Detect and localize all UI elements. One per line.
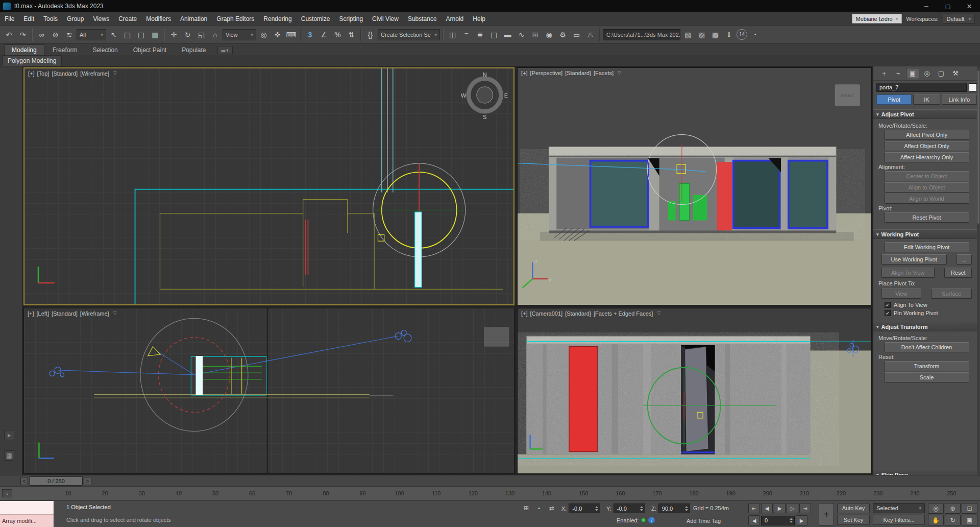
ribbon-tab-selection[interactable]: Selection bbox=[85, 45, 125, 55]
viewport-left[interactable]: [+] [Left] [Standard] [Wireframe] ▽ bbox=[23, 308, 514, 474]
toggle-scene-explorer-icon[interactable]: ≣ bbox=[474, 28, 486, 41]
key-filters-button[interactable]: Key Filters... bbox=[873, 515, 925, 525]
viewport-perspective[interactable]: FRONT x z [+] [Perspective] [Standard] [… bbox=[517, 67, 872, 305]
mirror-icon[interactable]: ◫ bbox=[446, 28, 459, 41]
zoom-icon[interactable]: ◎ bbox=[928, 503, 944, 514]
absolute-offset-mode-icon[interactable]: ⇄ bbox=[546, 503, 557, 513]
transform-gizmo-toggle-icon[interactable]: ⊞ bbox=[521, 503, 532, 513]
working-pivot-more-button[interactable]: ... bbox=[957, 254, 972, 265]
menu-civil-view[interactable]: Civil View bbox=[368, 12, 403, 25]
maximize-viewport-icon[interactable]: ▣ bbox=[962, 515, 977, 525]
skin-pose-header[interactable]: ▾ Skin Pose bbox=[873, 470, 980, 475]
select-and-link-icon[interactable]: ∞ bbox=[35, 28, 48, 41]
spinner-arrows[interactable] bbox=[685, 506, 688, 511]
minimize-button[interactable]: ─ bbox=[916, 0, 937, 12]
align-to-view-checkbox[interactable]: ✓ bbox=[885, 302, 891, 308]
spinner-arrows[interactable] bbox=[640, 506, 643, 511]
edit-working-pivot-button[interactable]: Edit Working Pivot bbox=[885, 242, 969, 252]
snaps-toggle-icon[interactable]: 3 bbox=[304, 28, 316, 41]
zoom-extents-icon[interactable]: ⊡ bbox=[962, 503, 977, 514]
menu-scripting[interactable]: Scripting bbox=[334, 12, 368, 25]
info-icon[interactable]: i bbox=[648, 517, 655, 523]
viewport-shading-menu[interactable]: [Facets + Edged Faces] bbox=[594, 310, 653, 317]
menu-edit[interactable]: Edit bbox=[19, 12, 39, 25]
ribbon-tab-modeling[interactable]: Modeling bbox=[4, 44, 44, 55]
arnold-render-icon[interactable]: ⇓ bbox=[723, 28, 736, 41]
select-and-rotate-icon[interactable]: ↻ bbox=[181, 28, 194, 41]
angle-snap-icon[interactable]: ∠ bbox=[317, 28, 330, 41]
place-pivot-view-button[interactable]: View bbox=[881, 289, 921, 299]
adjust-pivot-header[interactable]: ▾ Adjust Pivot bbox=[873, 109, 980, 119]
spinner-snap-icon[interactable]: ⇅ bbox=[345, 28, 358, 41]
viewport-general-menu[interactable]: [+] bbox=[28, 310, 34, 317]
percent-snap-icon[interactable]: % bbox=[331, 28, 344, 41]
adjust-transform-header[interactable]: ▾ Adjust Transform bbox=[873, 322, 980, 331]
menu-substance[interactable]: Substance bbox=[403, 12, 442, 25]
track-bar-mini-icon[interactable]: ‹ bbox=[2, 489, 12, 497]
scrollbar-thumb[interactable] bbox=[977, 70, 979, 224]
schematic-view-icon[interactable]: ⊞ bbox=[529, 28, 542, 41]
viewport-shading-menu[interactable]: [Wireframe] bbox=[80, 310, 109, 317]
menu-arnold[interactable]: Arnold bbox=[442, 12, 469, 25]
viewport-pov-menu[interactable]: [Left] bbox=[37, 310, 49, 317]
go-to-end-button[interactable]: ⇥ bbox=[799, 503, 811, 513]
pin-working-pivot-checkbox[interactable]: ✓ bbox=[885, 310, 891, 316]
select-by-name-icon[interactable]: ▤ bbox=[121, 28, 134, 41]
orbit-icon[interactable]: ↻ bbox=[945, 515, 961, 525]
z-coordinate-field[interactable]: 90.0 bbox=[658, 504, 690, 513]
viewport-shading-menu[interactable]: [Facets] bbox=[594, 70, 614, 76]
menu-modifiers[interactable]: Modifiers bbox=[141, 12, 176, 25]
viewport-filter-icon[interactable]: ▽ bbox=[113, 70, 117, 77]
select-and-manipulate-icon[interactable]: ✜ bbox=[271, 28, 284, 41]
modify-tab[interactable]: ⌁ bbox=[892, 68, 905, 79]
undo-icon[interactable]: ↶ bbox=[3, 28, 15, 41]
link-info-button[interactable]: Link Info bbox=[942, 94, 977, 105]
render-setup-icon[interactable]: ⚙ bbox=[556, 28, 569, 41]
menu-rendering[interactable]: Rendering bbox=[259, 12, 296, 25]
select-and-move-icon[interactable]: ✛ bbox=[167, 28, 180, 41]
viewport-filter-icon[interactable]: ▽ bbox=[113, 310, 117, 317]
align-to-world-button[interactable]: Align to World bbox=[885, 194, 969, 204]
utilities-tab[interactable]: ⚒ bbox=[949, 68, 962, 79]
selection-filter-dropdown[interactable]: All▾ bbox=[77, 29, 106, 40]
rectangular-selection-region-icon[interactable]: ▢ bbox=[135, 28, 148, 41]
viewport-filter-icon[interactable]: ▽ bbox=[618, 70, 621, 76]
time-slider-handle[interactable]: 0 / 250 bbox=[30, 476, 83, 486]
menu-tools[interactable]: Tools bbox=[39, 12, 62, 25]
reset-transform-button[interactable]: Transform bbox=[885, 361, 969, 371]
next-frame-button[interactable]: ▷ bbox=[787, 503, 798, 513]
reset-scale-button[interactable]: Scale bbox=[885, 372, 969, 382]
create-tab[interactable]: ＋ bbox=[877, 68, 891, 79]
dont-affect-children-button[interactable]: Don't Affect Children bbox=[885, 342, 969, 352]
hierarchy-tab[interactable]: ▣ bbox=[906, 68, 919, 79]
close-button[interactable]: ✕ bbox=[959, 0, 980, 12]
viewport-pov-menu[interactable]: [Top] bbox=[37, 70, 50, 77]
auto-key-button[interactable]: Auto Key bbox=[837, 503, 870, 513]
selection-lock-toggle-icon[interactable]: ▪ bbox=[533, 503, 545, 513]
affect-pivot-only-button[interactable]: Affect Pivot Only bbox=[885, 130, 969, 140]
rendered-frame-window-icon[interactable]: ▭ bbox=[570, 28, 583, 41]
workspace-dropdown[interactable]: Default ▾ bbox=[943, 14, 975, 23]
project-folder-field[interactable]: C:\Users\al71...\3ds Max 202... bbox=[603, 29, 680, 40]
polygon-modeling-panel[interactable]: Polygon Modeling bbox=[2, 55, 62, 66]
notification-badge[interactable]: 14 bbox=[737, 29, 747, 40]
keyboard-shortcut-override-icon[interactable]: ⌨ bbox=[285, 28, 298, 41]
maximize-button[interactable]: ▢ bbox=[937, 0, 959, 12]
edit-named-selection-sets-icon[interactable]: {} bbox=[364, 28, 377, 41]
viewcube[interactable] bbox=[484, 327, 509, 347]
motion-tab[interactable]: ◎ bbox=[920, 68, 934, 79]
maxscript-macro-row[interactable] bbox=[0, 501, 54, 515]
working-pivot-reset-button[interactable]: Reset bbox=[944, 268, 972, 278]
asset-tracking-icon[interactable]: ▨ bbox=[695, 28, 708, 41]
viewport-general-menu[interactable]: [+] bbox=[28, 70, 35, 77]
previous-key-button[interactable]: ◀ bbox=[748, 515, 760, 525]
redo-icon[interactable]: ↷ bbox=[16, 28, 29, 41]
reference-coordinate-dropdown[interactable]: View▾ bbox=[223, 29, 256, 40]
menu-create[interactable]: Create bbox=[114, 12, 141, 25]
current-frame-field[interactable]: 0 bbox=[761, 516, 795, 525]
viewport-filter-icon[interactable]: ▽ bbox=[657, 310, 660, 317]
spinner-arrows[interactable] bbox=[595, 506, 598, 511]
viewport-render-menu[interactable]: [Standard] bbox=[52, 310, 78, 317]
window-crossing-toggle-icon[interactable]: ▥ bbox=[149, 28, 161, 41]
use-pivot-point-icon[interactable]: ◎ bbox=[257, 28, 270, 41]
